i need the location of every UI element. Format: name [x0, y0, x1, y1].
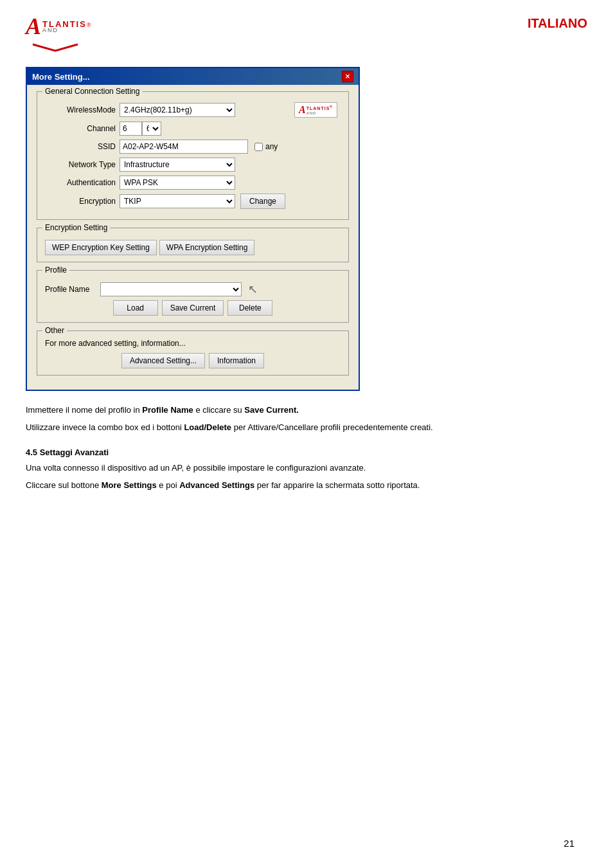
network-type-select[interactable]: Infrastructure [120, 158, 235, 172]
dialog-titlebar: More Setting... × [27, 68, 359, 85]
other-section: Other For more advanced setting, informa… [37, 330, 349, 375]
delete-button[interactable]: Delete [227, 300, 272, 316]
cursor-icon: ↖ [248, 282, 258, 296]
profile-section-title: Profile [42, 266, 69, 275]
more-settings-bold: More Settings [102, 480, 157, 490]
atlantis-logo-inline: A TLANTIS® AND [294, 102, 337, 118]
ssid-input[interactable] [120, 140, 248, 154]
wpa-encryption-button[interactable]: WPA Encryption Setting [159, 240, 255, 255]
save-current-button[interactable]: Save Current [162, 300, 224, 316]
encryption-label: Encryption [45, 197, 116, 206]
general-section-title: General Connection Setting [42, 87, 142, 96]
more-setting-dialog: More Setting... × General Connection Set… [26, 67, 360, 391]
dialog-content: General Connection Setting WirelessMode … [27, 85, 359, 390]
any-checkbox-area: any [254, 142, 278, 151]
dialog-close-button[interactable]: × [342, 71, 353, 82]
channel-input[interactable] [120, 122, 142, 136]
authentication-label: Authentication [45, 178, 116, 187]
channel-select[interactable]: 6 [142, 122, 161, 136]
desc-para3: Una volta connesso il dispositivo ad un … [26, 462, 587, 475]
wireless-mode-label: WirelessMode [45, 105, 116, 114]
page-number: 21 [564, 838, 574, 849]
network-type-row: Network Type Infrastructure [45, 158, 341, 172]
ssid-label: SSID [45, 142, 116, 151]
encryption-setting-section: Encryption Setting WEP Encryption Key Se… [37, 228, 349, 262]
load-delete-bold: Load/Delete [184, 422, 231, 432]
encryption-section-title: Encryption Setting [42, 223, 110, 232]
logo-a-letter: A [26, 14, 41, 39]
network-type-label: Network Type [45, 160, 116, 169]
page-language: ITALIANO [528, 16, 587, 31]
any-checkbox[interactable] [254, 143, 263, 151]
wireless-mode-select[interactable]: 2.4GHz(802.11b+g) [120, 103, 235, 117]
encryption-tabs: WEP Encryption Key Setting WPA Encryptio… [45, 240, 341, 255]
encryption-row: Encryption TKIP Change [45, 194, 341, 209]
logo-arrow [30, 41, 81, 54]
profile-name-bold: Profile Name [142, 405, 193, 415]
advanced-setting-button[interactable]: Advanced Setting... [121, 353, 205, 368]
other-buttons-area: Advanced Setting... Information [45, 353, 341, 368]
any-label: any [265, 142, 278, 151]
profile-name-select[interactable] [100, 282, 242, 296]
authentication-select[interactable]: WPA PSK [120, 176, 235, 190]
profile-section: Profile Profile Name ↖ Load Save Current… [37, 270, 349, 323]
other-section-title: Other [42, 326, 67, 335]
change-button[interactable]: Change [240, 194, 285, 209]
wireless-mode-row: WirelessMode 2.4GHz(802.11b+g) A TLANTIS… [45, 102, 341, 118]
profile-name-label: Profile Name [45, 285, 96, 294]
desc-para2: Utilizzare invece la combo box ed i bott… [26, 421, 587, 435]
desc-para4: Cliccare sul bottone More Settings e poi… [26, 479, 587, 493]
advanced-settings-bold: Advanced Settings [179, 480, 254, 490]
wep-encryption-button[interactable]: WEP Encryption Key Setting [45, 240, 157, 255]
channel-label: Channel [45, 124, 116, 133]
load-button[interactable]: Load [113, 300, 158, 316]
page-header: A TLANTIS ® AND ITALIANO [26, 13, 587, 54]
section-45-heading: 4.5 Settaggi Avanzati [26, 446, 587, 460]
channel-row: Channel 6 [45, 122, 341, 136]
logo-area: A TLANTIS ® AND [26, 13, 91, 54]
profile-name-row: Profile Name ↖ [45, 282, 341, 296]
desc-para1: Immettere il nome del profilo in Profile… [26, 404, 587, 417]
ssid-row: SSID any [45, 140, 341, 154]
general-connection-section: General Connection Setting WirelessMode … [37, 91, 349, 220]
logo-and: AND [42, 27, 91, 33]
encryption-select[interactable]: TKIP [120, 194, 235, 208]
information-button[interactable]: Information [209, 353, 264, 368]
other-description: For more advanced setting, information..… [45, 339, 341, 348]
save-current-bold: Save Current. [244, 405, 299, 415]
dialog-title: More Setting... [32, 72, 90, 82]
authentication-row: Authentication WPA PSK [45, 176, 341, 190]
description-area: Immettere il nome del profilo in Profile… [26, 404, 587, 493]
profile-buttons-area: Load Save Current Delete [45, 300, 341, 316]
